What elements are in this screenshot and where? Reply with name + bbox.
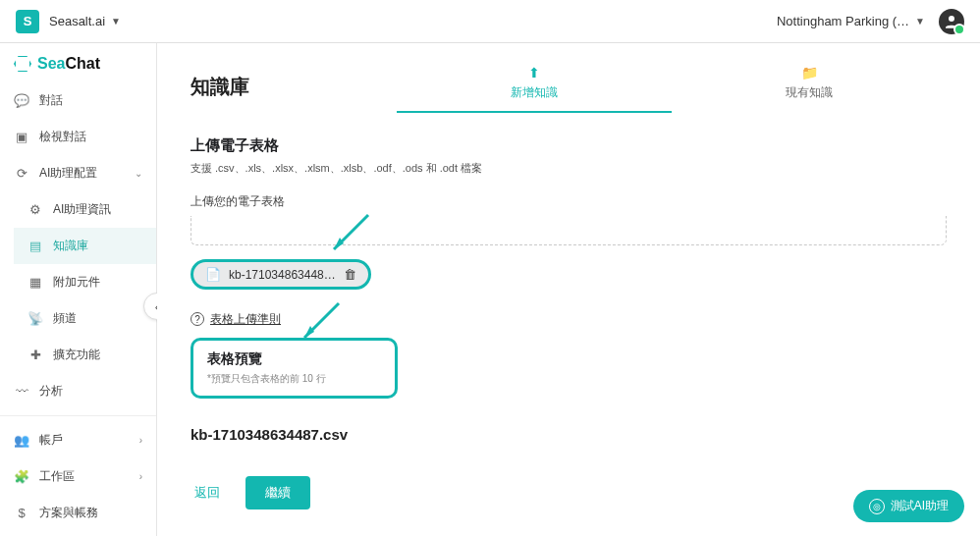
- workspace-icon: 🧩: [14, 469, 29, 484]
- logo-hex-icon: [14, 55, 31, 73]
- tab-label: 新增知識: [511, 84, 558, 101]
- content: 知識庫 ⬆ 新增知識 📁 現有知識 上傳電子表格 支援 .csv、.xls、.x…: [157, 43, 980, 536]
- avatar[interactable]: [939, 9, 964, 34]
- sidebar-item-addons[interactable]: ▦ 附加元件: [14, 264, 156, 300]
- chevron-down-icon: ⌄: [135, 168, 142, 179]
- puzzle-icon: ✚: [27, 348, 43, 362]
- gear-icon: ⚙: [27, 202, 43, 217]
- sidebar-item-view-conversations[interactable]: ▣ 檢視對話: [0, 119, 156, 155]
- page-title: 知識庫: [191, 74, 249, 100]
- upload-supported-formats: 支援 .csv、.xls、.xlsx、.xlsm、.xlsb、.odf、.ods…: [191, 161, 947, 176]
- sidebar: SeaChat 💬 對話 ▣ 檢視對話 ⟳ AI助理配置 ⌄ ⚙ AI助理資訊 …: [0, 43, 157, 536]
- app-logo[interactable]: SeaChat: [0, 51, 156, 82]
- sidebar-item-billing[interactable]: $ 方案與帳務: [0, 495, 156, 531]
- dollar-icon: $: [14, 506, 29, 520]
- test-ai-fab[interactable]: ◎ 測試AI助理: [853, 490, 964, 522]
- sidebar-item-label: 對話: [39, 92, 63, 109]
- sidebar-item-label: 附加元件: [53, 274, 100, 291]
- sidebar-item-ai-config[interactable]: ⟳ AI助理配置 ⌄: [0, 155, 156, 191]
- sidebar-item-label: AI助理配置: [39, 165, 97, 182]
- folder-icon: 📁: [801, 65, 818, 80]
- sidebar-item-label: 頻道: [53, 310, 77, 327]
- logo-text-sea: Sea: [37, 55, 65, 72]
- sidebar-item-label: 知識庫: [53, 238, 88, 254]
- sidebar-item-label: 擴充功能: [53, 347, 100, 363]
- tab-label: 現有知識: [786, 84, 833, 101]
- sidebar-item-workspace[interactable]: 🧩 工作區 ›: [0, 458, 156, 495]
- refresh-icon: ⟳: [14, 166, 29, 181]
- addon-icon: ▦: [27, 275, 43, 290]
- account-switcher[interactable]: Nottingham Parking (…: [777, 14, 909, 28]
- chevron-right-icon: ›: [139, 471, 142, 482]
- document-icon: 📄: [205, 267, 221, 282]
- upload-section-title: 上傳電子表格: [191, 136, 947, 155]
- sidebar-item-channels[interactable]: 📡 頻道: [14, 300, 156, 337]
- fab-label: 測試AI助理: [891, 498, 949, 514]
- sidebar-item-label: 工作區: [39, 468, 75, 485]
- chevron-right-icon: ›: [139, 435, 142, 446]
- antenna-icon: 📡: [27, 311, 43, 326]
- tab-existing-knowledge[interactable]: 📁 現有知識: [672, 61, 947, 113]
- grid-icon: ▣: [14, 130, 29, 144]
- sidebar-item-label: AI助理資訊: [53, 201, 111, 218]
- upload-guideline-link[interactable]: ?表格上傳準則: [191, 311, 947, 328]
- sidebar-item-account[interactable]: 👥 帳戶 ›: [0, 422, 156, 458]
- sidebar-item-ai-info[interactable]: ⚙ AI助理資訊: [14, 191, 156, 228]
- sidebar-item-label: 檢視對話: [39, 129, 86, 145]
- help-circle-icon: ?: [191, 312, 204, 326]
- book-icon: ▤: [27, 239, 43, 253]
- person-icon: [943, 13, 960, 30]
- guideline-text: 表格上傳準則: [210, 312, 281, 326]
- chat-icon: 💬: [14, 93, 29, 108]
- sidebar-item-conversations[interactable]: 💬 對話: [0, 82, 156, 119]
- delete-file-icon[interactable]: 🗑: [344, 267, 356, 282]
- preview-file-name: kb-1710348634487.csv: [191, 426, 947, 443]
- preview-subtitle: *預覽只包含表格的前 10 行: [207, 372, 326, 386]
- preview-box: 表格預覽 *預覽只包含表格的前 10 行: [191, 338, 398, 399]
- sidebar-item-label: 分析: [39, 383, 63, 400]
- tab-add-knowledge[interactable]: ⬆ 新增知識: [397, 61, 672, 113]
- sidebar-item-label: 帳戶: [39, 432, 63, 449]
- sidebar-item-analytics[interactable]: 〰 分析: [0, 373, 156, 409]
- uploaded-file-chip[interactable]: 📄 kb-171034863448… 🗑: [191, 259, 371, 290]
- chevron-down-icon[interactable]: ▼: [111, 16, 121, 27]
- brand-name[interactable]: Seasalt.ai: [49, 14, 105, 28]
- brand-badge: S: [16, 10, 39, 33]
- sidebar-item-label: 方案與帳務: [39, 505, 98, 521]
- divider: [0, 415, 156, 416]
- target-icon: ◎: [869, 499, 885, 514]
- upload-icon: ⬆: [528, 65, 540, 80]
- top-bar: S Seasalt.ai ▼ Nottingham Parking (… ▼: [0, 0, 980, 43]
- users-icon: 👥: [14, 433, 29, 448]
- preview-title: 表格預覽: [207, 350, 326, 368]
- tabs: ⬆ 新增知識 📁 現有知識: [397, 61, 947, 113]
- upload-dropzone[interactable]: [191, 216, 947, 245]
- logo-text-chat: Chat: [65, 55, 100, 72]
- uploaded-file-name: kb-171034863448…: [229, 268, 336, 282]
- sidebar-item-knowledge-base[interactable]: ▤ 知識庫: [14, 228, 156, 264]
- sidebar-item-extensions[interactable]: ✚ 擴充功能: [14, 337, 156, 373]
- back-button[interactable]: 返回: [191, 478, 224, 508]
- upload-label: 上傳您的電子表格: [191, 193, 947, 210]
- analytics-icon: 〰: [14, 384, 29, 399]
- chevron-down-icon[interactable]: ▼: [915, 16, 925, 27]
- continue-button[interactable]: 繼續: [245, 476, 310, 509]
- svg-point-0: [949, 16, 954, 22]
